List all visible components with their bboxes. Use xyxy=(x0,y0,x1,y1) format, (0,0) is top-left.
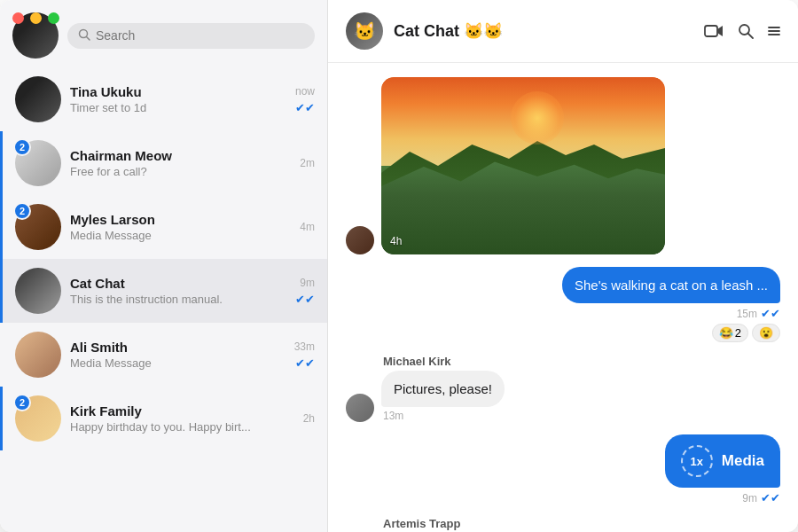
conversation-item-ali[interactable]: Ali Smith Media Message 33m ✔✔ xyxy=(0,323,327,387)
conversation-item-tina[interactable]: Tina Ukuku Timer set to 1d now ✔✔ xyxy=(0,67,327,131)
conv-info-kirk: Kirk Family Happy birthday to you. Happy… xyxy=(70,403,294,434)
reaction-laugh[interactable]: 😂 2 xyxy=(712,324,748,342)
media-read-status: ✔✔ xyxy=(761,491,780,505)
conv-meta-kirk: 2h xyxy=(303,412,315,425)
outgoing-bubble-meta: 15m ✔✔ xyxy=(737,307,780,320)
conv-preview-catchat: This is the instruction manual. xyxy=(70,293,286,306)
conversation-list: Tina Ukuku Timer set to 1d now ✔✔ 2 Chai… xyxy=(0,67,327,532)
message-incoming-file: Artemis Trapp 📄 Instructions.pdf xyxy=(346,517,780,532)
conv-preview-myles: Media Message xyxy=(70,229,291,242)
conv-info-chairman: Chairman Meow Free for a call? xyxy=(70,148,291,178)
conv-time-chairman: 2m xyxy=(300,157,315,169)
chat-header-avatar: 🐱 xyxy=(346,12,383,50)
close-button[interactable] xyxy=(12,12,24,24)
mountain-image xyxy=(381,77,665,254)
incoming-bubble: Pictures, please! xyxy=(381,371,505,407)
conversation-item-catchat[interactable]: Cat Chat This is the instruction manual.… xyxy=(0,259,327,323)
reaction-count-laugh: 2 xyxy=(735,326,741,340)
maximize-button[interactable] xyxy=(48,12,59,24)
conv-meta-myles: 4m xyxy=(300,221,315,233)
chat-title: Cat Chat 🐱🐱 xyxy=(394,21,693,41)
conv-name-kirk: Kirk Family xyxy=(70,403,294,419)
search-bar[interactable] xyxy=(67,23,315,49)
reaction-emoji-wow: 😮 xyxy=(759,326,773,340)
conv-time-catchat: 9m xyxy=(300,277,315,289)
read-status-catchat: ✔✔ xyxy=(295,293,315,306)
chat-panel: 🐱 Cat Chat 🐱🐱 xyxy=(328,0,798,532)
message-reactions: 😂 2 😮 xyxy=(712,324,780,342)
conv-name-chairman: Chairman Meow xyxy=(70,148,291,163)
conv-time-ali: 33m xyxy=(294,340,315,353)
conv-name-myles: Myles Larson xyxy=(70,212,291,227)
conv-info-ali: Ali Smith Media Message xyxy=(70,340,286,370)
outgoing-bubble: She's walking a cat on a leash ... xyxy=(562,267,780,303)
conv-preview-chairman: Free for a call? xyxy=(70,165,291,178)
conv-meta-tina: now ✔✔ xyxy=(295,85,315,114)
avatar-wrap-tina xyxy=(15,76,61,122)
unread-badge-kirk: 2 xyxy=(13,394,31,411)
media-icon: 1x xyxy=(681,445,713,477)
media-bubble-meta: 9m ✔✔ xyxy=(742,491,780,505)
chat-header: 🐱 Cat Chat 🐱🐱 xyxy=(328,0,798,63)
conv-meta-chairman: 2m xyxy=(300,157,315,169)
minimize-button[interactable] xyxy=(30,12,42,24)
conversation-item-chairman[interactable]: 2 Chairman Meow Free for a call? 2m xyxy=(0,131,327,195)
conv-meta-catchat: 9m ✔✔ xyxy=(295,277,315,306)
sidebar-header xyxy=(0,0,327,67)
conv-name-tina: Tina Ukuku xyxy=(70,84,286,99)
window-controls[interactable] xyxy=(12,12,59,24)
svg-rect-2 xyxy=(705,26,717,36)
conv-info-catchat: Cat Chat This is the instruction manual. xyxy=(70,276,286,306)
conv-name-ali: Ali Smith xyxy=(70,340,286,355)
avatar-wrap-chairman: 2 xyxy=(15,140,61,186)
conversation-item-myles[interactable]: 2 Myles Larson Media Message 4m xyxy=(0,195,327,259)
incoming-sender-name: Michael Kirk xyxy=(383,355,505,368)
reaction-emoji-laugh: 😂 xyxy=(719,326,733,340)
conv-info-tina: Tina Ukuku Timer set to 1d xyxy=(70,84,286,114)
unread-badge-myles: 2 xyxy=(13,202,31,220)
read-status-tina: ✔✔ xyxy=(295,101,315,114)
conv-preview-kirk: Happy birthday to you. Happy birt... xyxy=(70,420,294,434)
michael-avatar xyxy=(346,394,374,422)
incoming-bubble-meta: 13m xyxy=(383,410,505,422)
chat-messages: 4h She's walking a cat on a leash ... 15… xyxy=(328,63,798,532)
reaction-wow[interactable]: 😮 xyxy=(752,324,780,342)
avatar-wrap-ali xyxy=(15,332,61,378)
chat-more-button[interactable] xyxy=(768,27,780,35)
search-icon xyxy=(78,28,90,43)
avatar-wrap-myles: 2 xyxy=(15,204,61,250)
outgoing-read-status: ✔✔ xyxy=(761,307,780,320)
conv-meta-ali: 33m ✔✔ xyxy=(294,340,315,370)
conv-preview-tina: Timer set to 1d xyxy=(70,101,286,114)
conv-time-kirk: 2h xyxy=(303,412,315,425)
file-bubble-wrap: Artemis Trapp 📄 Instructions.pdf xyxy=(381,517,529,532)
avatar-ali xyxy=(15,332,61,378)
sidebar: Tina Ukuku Timer set to 1d now ✔✔ 2 Chai… xyxy=(0,0,328,532)
search-input[interactable] xyxy=(96,28,304,43)
outgoing-time: 15m xyxy=(737,308,757,320)
read-status-ali: ✔✔ xyxy=(295,356,315,370)
avatar-catchat xyxy=(15,268,61,314)
video-call-button[interactable] xyxy=(704,24,724,38)
conv-time-tina: now xyxy=(295,85,315,98)
avatar-tina xyxy=(15,76,61,122)
conv-time-myles: 4m xyxy=(300,221,315,233)
svg-line-4 xyxy=(748,34,754,39)
message-outgoing-text: She's walking a cat on a leash ... 15m ✔… xyxy=(346,267,780,342)
conv-name-catchat: Cat Chat xyxy=(70,276,286,291)
incoming-bubble-wrap: Michael Kirk Pictures, please! 13m xyxy=(381,355,505,422)
unread-badge-chairman: 2 xyxy=(13,138,31,156)
conv-info-myles: Myles Larson Media Message xyxy=(70,212,291,242)
chat-search-button[interactable] xyxy=(738,23,754,39)
message-image-content: 4h xyxy=(381,77,665,254)
message-outgoing-media: 1x Media 9m ✔✔ xyxy=(346,434,780,505)
conversation-item-kirk[interactable]: 2 Kirk Family Happy birthday to you. Hap… xyxy=(0,387,327,450)
media-bubble: 1x Media xyxy=(665,434,780,488)
conv-preview-ali: Media Message xyxy=(70,356,286,370)
avatar-wrap-catchat xyxy=(15,268,61,314)
media-time: 9m xyxy=(742,492,757,505)
message-sender-avatar xyxy=(346,226,374,254)
message-image-time: 4h xyxy=(390,235,402,247)
chat-header-actions xyxy=(704,23,780,39)
message-image: 4h xyxy=(346,77,780,254)
